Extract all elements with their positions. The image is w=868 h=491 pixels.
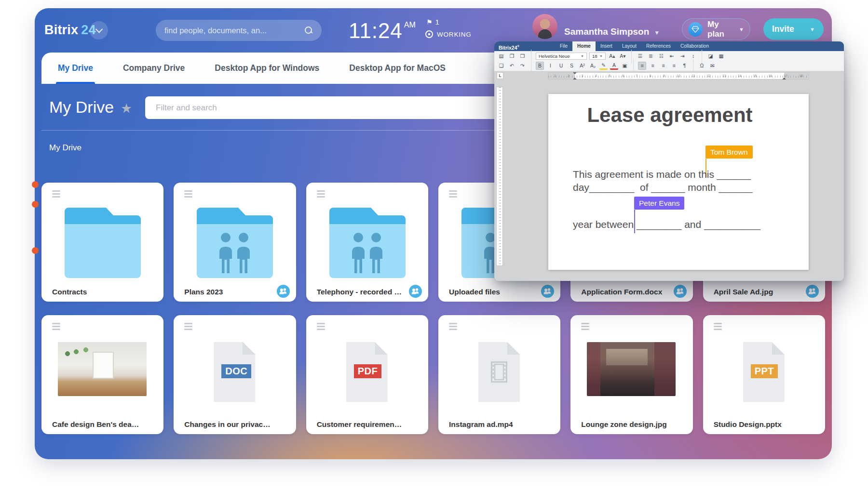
user-avatar[interactable] xyxy=(532,14,557,39)
print-icon[interactable]: ▤ xyxy=(497,52,505,60)
undo-button[interactable]: ↶ xyxy=(508,62,516,70)
card-menu-icon[interactable] xyxy=(581,323,589,330)
decrease-indent-button[interactable]: ⇤ xyxy=(668,52,676,60)
menu-home[interactable]: Home xyxy=(572,41,596,51)
numbered-list-button[interactable]: ≣ xyxy=(647,52,655,60)
file-card[interactable]: Plans 2023 xyxy=(174,183,296,302)
bullet-list-button[interactable]: ☰ xyxy=(636,52,644,60)
formatting-marks-button[interactable]: ¶ xyxy=(680,62,689,70)
decor-dot xyxy=(32,247,39,254)
menu-collaboration[interactable]: Collaboration xyxy=(676,41,714,51)
align-center-button[interactable]: ≡ xyxy=(649,62,657,70)
card-menu-icon[interactable] xyxy=(449,190,457,198)
shrink-font-button[interactable]: A▾ xyxy=(619,52,627,60)
superscript-button[interactable]: A² xyxy=(578,62,586,70)
underline-button[interactable]: U xyxy=(557,62,565,70)
right-indent-marker[interactable] xyxy=(782,76,786,80)
logo-dropdown-button[interactable] xyxy=(90,21,108,40)
collaborator-cursor-tom-brown: Tom Brown xyxy=(705,146,753,159)
menu-insert[interactable]: Insert xyxy=(596,41,617,51)
card-menu-icon[interactable] xyxy=(317,190,325,198)
file-card[interactable]: PPT Studio Design.pptx xyxy=(703,315,825,434)
shading-button[interactable]: ▣ xyxy=(621,62,629,70)
document-page[interactable]: Lease agreement Tom Brown This agreement… xyxy=(548,94,809,270)
card-menu-icon[interactable] xyxy=(184,323,192,330)
work-status[interactable]: WORKING xyxy=(425,30,472,38)
ruler-ticks xyxy=(497,87,502,265)
grow-font-button[interactable]: A▴ xyxy=(608,52,616,60)
tab-company-drive[interactable]: Company Drive xyxy=(123,53,185,84)
favorite-star-icon[interactable]: ★ xyxy=(121,101,132,116)
highlight-color-button[interactable]: ✎ xyxy=(599,62,608,70)
italic-button[interactable]: I xyxy=(546,62,555,70)
tab-desktop-app-windows[interactable]: Desktop App for Windows xyxy=(215,53,319,84)
document-icon xyxy=(478,342,520,402)
increase-indent-button[interactable]: ⇥ xyxy=(678,52,687,60)
document-icon: DOC xyxy=(214,342,255,402)
invite-button[interactable]: Invite ▼ xyxy=(763,18,824,40)
font-color-button[interactable]: A xyxy=(610,62,618,70)
clear-formatting-button[interactable]: ◪ xyxy=(706,52,715,60)
insert-table-button[interactable]: ▦ xyxy=(717,52,725,60)
menu-references[interactable]: References xyxy=(641,41,676,51)
tab-desktop-app-macos[interactable]: Desktop App for MacOS xyxy=(349,53,446,84)
copy-icon[interactable]: ❒ xyxy=(518,52,527,60)
card-menu-icon[interactable] xyxy=(184,190,192,198)
plan-label: My plan xyxy=(707,20,734,39)
file-card[interactable]: Cafe design Ben's deal.jpg xyxy=(41,315,163,434)
align-justify-button[interactable]: ≡ xyxy=(670,62,678,70)
file-name: Studio Design.pptx xyxy=(714,418,801,431)
file-card[interactable]: DOC Changes in our privacy poli... xyxy=(174,315,296,434)
chevron-down-icon: ▼ xyxy=(739,27,744,32)
file-card[interactable]: PDF Customer requirements.pdf xyxy=(306,315,428,434)
global-search[interactable] xyxy=(156,20,322,41)
card-menu-icon[interactable] xyxy=(449,323,457,330)
document-text-line[interactable]: year between ________ and __________ xyxy=(573,219,760,230)
multilevel-list-button[interactable]: ☷ xyxy=(657,52,665,60)
clock[interactable]: 11:24AM xyxy=(349,19,416,43)
quick-print-icon[interactable]: ❐ xyxy=(508,52,516,60)
align-right-button[interactable]: ≡ xyxy=(659,62,667,70)
card-menu-icon[interactable] xyxy=(52,323,60,330)
time-suffix: AM xyxy=(404,21,416,29)
insert-symbol-button[interactable]: Ω xyxy=(698,62,706,70)
card-menu-icon[interactable] xyxy=(52,190,60,198)
tab-stop-selector[interactable]: L xyxy=(497,72,503,79)
breadcrumb[interactable]: My Drive xyxy=(49,143,81,153)
toolbar-separator xyxy=(693,59,693,73)
file-card[interactable]: Instagram ad.mp4 xyxy=(438,315,560,434)
font-size-select[interactable]: 18▼ xyxy=(589,53,606,60)
file-type-badge: PDF xyxy=(354,364,382,378)
paste-icon[interactable]: ❏ xyxy=(497,62,505,70)
document-text-line[interactable]: day________ of ______ month ______ xyxy=(573,182,753,193)
tab-my-drive[interactable]: My Drive xyxy=(58,53,93,84)
horizontal-ruler[interactable]: 123456789101112131415161718 xyxy=(548,73,809,79)
document-text-line[interactable]: This agreement is made on this ______ xyxy=(573,169,751,180)
font-family-select[interactable]: Helvetica Neue▼ xyxy=(536,53,587,60)
folder-icon xyxy=(65,208,141,278)
align-left-button[interactable]: ≡ xyxy=(638,62,646,70)
card-menu-icon[interactable] xyxy=(714,323,722,330)
card-menu-icon[interactable] xyxy=(317,323,325,330)
user-menu[interactable]: Samantha Simpson▼ xyxy=(564,27,660,37)
redo-button[interactable]: ↷ xyxy=(518,62,527,70)
global-search-input[interactable] xyxy=(164,26,304,35)
document-title[interactable]: Lease agreement xyxy=(548,104,791,127)
file-card[interactable]: Contracts xyxy=(41,183,163,302)
file-card[interactable]: Telephony - recorded calls xyxy=(306,183,428,302)
flag-counter[interactable]: ⚑ 1 xyxy=(426,18,439,26)
bold-button[interactable]: B xyxy=(536,62,544,70)
menu-file[interactable]: File xyxy=(555,41,572,51)
subscript-button[interactable]: A₂ xyxy=(589,62,597,70)
file-name: Contracts xyxy=(52,285,139,298)
my-plan-button[interactable]: My plan ▼ xyxy=(682,18,750,40)
search-icon xyxy=(304,26,313,35)
time-value: 11:24 xyxy=(349,19,403,42)
mailing-button[interactable]: ✉ xyxy=(708,62,717,70)
file-card[interactable]: Lounge zone design.jpg xyxy=(570,315,692,434)
left-indent-marker[interactable] xyxy=(573,76,577,80)
vertical-ruler[interactable] xyxy=(497,87,502,265)
page-fold xyxy=(375,342,388,355)
strikethrough-button[interactable]: S xyxy=(568,62,576,70)
menu-layout[interactable]: Layout xyxy=(617,41,641,51)
